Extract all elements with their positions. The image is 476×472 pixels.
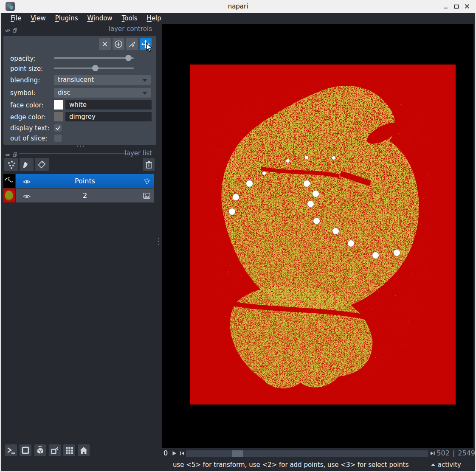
dims-slider-bar: 0 502 | 2549 (162, 448, 474, 459)
points-layer-icon (7, 160, 16, 169)
activity-expand-icon (431, 464, 435, 466)
napari-window: napari File View Plugins Window Tools He… (0, 0, 476, 472)
hide-panel-icon[interactable] (5, 26, 10, 34)
edge-color-swatch[interactable] (54, 112, 63, 121)
pan-arrows-icon (141, 39, 150, 49)
transpose-icon (50, 445, 60, 455)
new-points-layer-button[interactable] (4, 158, 18, 171)
cube-3d-icon (35, 445, 45, 455)
opacity-slider[interactable] (54, 57, 134, 59)
face-color-swatch[interactable] (54, 100, 63, 110)
blending-dropdown[interactable]: translucent (54, 75, 151, 85)
panel-splitter-handle[interactable] (77, 146, 84, 147)
delete-layer-button[interactable] (143, 158, 155, 171)
menu-view[interactable]: View (26, 14, 51, 22)
grid-view-button[interactable] (63, 444, 75, 456)
face-color-label: face color: (10, 101, 43, 109)
opacity-slider-handle[interactable] (125, 55, 132, 61)
layer-name: Points (16, 177, 154, 185)
frame-slider-track[interactable] (186, 450, 428, 457)
window-title: napari (0, 0, 476, 13)
check-icon (54, 124, 62, 132)
trash-icon (145, 160, 153, 169)
menu-bar: File View Plugins Window Tools Help (1, 13, 475, 24)
opacity-label: opacity: (10, 55, 35, 62)
labels-layer-icon (37, 160, 46, 169)
pan-zoom-button[interactable] (140, 38, 152, 50)
menu-window[interactable]: Window (82, 14, 117, 22)
add-point-icon (114, 40, 123, 48)
frame-counter: 502 | 2549 (437, 449, 475, 457)
image-layer-thumbnail (3, 188, 15, 202)
skip-end-icon (430, 450, 436, 456)
delete-selected-points-button[interactable] (99, 38, 111, 50)
home-icon (79, 446, 88, 455)
add-points-button[interactable] (113, 38, 124, 50)
frame-separator: | (453, 449, 455, 457)
symbol-dropdown[interactable]: disc (54, 88, 151, 98)
close-button[interactable] (462, 2, 472, 11)
layer-list-header: layer list (4, 149, 156, 157)
edge-color-label: edge color: (10, 113, 46, 121)
float-panel-icon[interactable] (13, 26, 17, 34)
layer-name: 2 (16, 191, 154, 199)
layer-list-title: layer list (125, 149, 152, 157)
blending-label: blending: (10, 76, 40, 84)
select-points-button[interactable] (126, 38, 138, 50)
out-of-slice-label: out of slice: (10, 135, 47, 142)
face-color-field[interactable]: white (65, 100, 152, 110)
total-frames: 2549 (458, 449, 475, 457)
roll-dimensions-button[interactable] (49, 444, 61, 456)
image-type-icon (143, 192, 150, 200)
delete-icon (101, 41, 108, 48)
ndisplay-2d3d-toggle-button[interactable] (20, 444, 31, 456)
minimize-button[interactable] (441, 2, 451, 11)
dock-splitter-handle[interactable] (158, 238, 159, 245)
image-layer-render (190, 65, 456, 405)
menu-help[interactable]: Help (142, 14, 166, 22)
menu-tools[interactable]: Tools (117, 14, 142, 22)
dims-axis-label: 0 (163, 449, 168, 457)
viewer-canvas[interactable] (162, 24, 473, 449)
display-text-label: display text: (10, 124, 50, 132)
grid-icon (65, 446, 74, 455)
edge-color-field[interactable]: dimgrey (65, 112, 152, 121)
layer-row-image[interactable]: 2 (3, 188, 154, 202)
chevron-down-icon (142, 79, 147, 82)
play-button[interactable] (171, 450, 177, 457)
skip-start-icon (179, 450, 185, 456)
rotate-3d-button[interactable] (34, 444, 46, 456)
point-size-slider[interactable] (54, 67, 134, 69)
console-button[interactable] (5, 444, 17, 456)
display-text-checkbox[interactable] (54, 124, 62, 132)
play-icon (171, 450, 177, 456)
menu-plugins[interactable]: Plugins (51, 14, 83, 22)
layer-row-points[interactable]: Points (3, 174, 154, 188)
jump-to-end-button[interactable] (429, 450, 436, 457)
layer-controls-title: layer controls (109, 25, 152, 33)
maximize-button[interactable] (452, 2, 461, 11)
status-bar: use <5> for transform, use <2> for add p… (1, 459, 475, 471)
frame-slider-handle[interactable] (232, 450, 243, 457)
out-of-slice-checkbox[interactable] (54, 135, 62, 142)
title-bar: napari (0, 0, 476, 13)
points-type-icon (144, 178, 150, 186)
select-arrow-icon (128, 40, 136, 48)
point-size-label: point size: (10, 65, 43, 73)
activity-toggle[interactable]: activity (431, 461, 461, 469)
new-shapes-layer-button[interactable] (20, 158, 34, 171)
home-reset-view-button[interactable] (78, 444, 90, 456)
point-size-slider-handle[interactable] (92, 65, 99, 71)
shapes-layer-icon (22, 160, 31, 169)
points-layer-thumbnail (3, 174, 15, 188)
symbol-value: disc (58, 89, 70, 96)
new-labels-layer-button[interactable] (35, 158, 49, 171)
console-icon (6, 446, 16, 455)
layer-controls-header: layer controls (4, 25, 156, 33)
blending-value: translucent (58, 76, 94, 84)
status-message: use <5> for transform, use <2> for add p… (173, 461, 409, 469)
jump-to-start-button[interactable] (179, 450, 186, 457)
square-2d-icon (21, 446, 30, 455)
menu-file[interactable]: File (6, 14, 26, 22)
symbol-label: symbol: (10, 89, 35, 97)
